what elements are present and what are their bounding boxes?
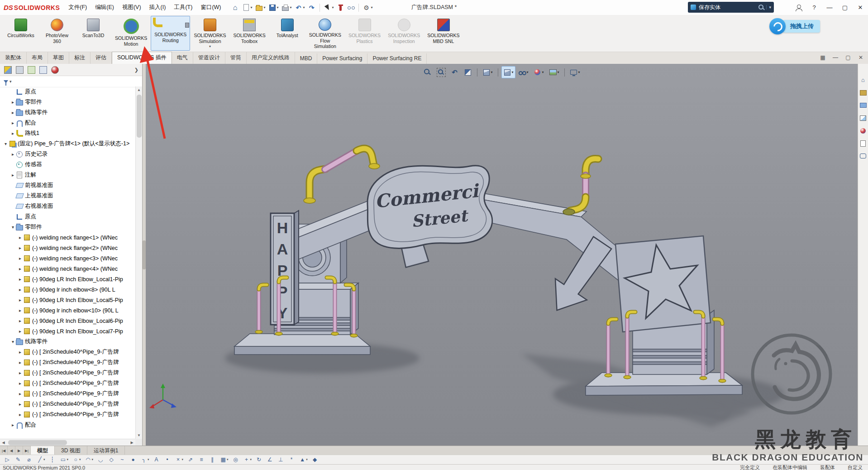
tree-item[interactable]: ▸ (-) 90deg LR Inch Elbow_Local5-Pip	[0, 295, 135, 305]
tree-item[interactable]: 原点	[0, 86, 135, 97]
collapse-arrow-icon[interactable]: ▸	[10, 173, 16, 177]
panel-tab-dimxpertmanager[interactable]	[38, 65, 48, 75]
select-button[interactable]: ▾	[322, 2, 335, 14]
tab-mbd[interactable]: MBD	[295, 53, 318, 64]
tool-repair-sketch-button[interactable]: *	[287, 456, 296, 464]
taskpane-appearances-button[interactable]	[859, 126, 868, 135]
tree-item[interactable]: ▸ (-) 90deg LR Inch Elbow_Local6-Pip	[0, 316, 135, 326]
hud-zoom-fit-button[interactable]	[421, 66, 433, 78]
expand-arrow-icon[interactable]: ▾	[10, 225, 16, 230]
panel-tab-propertymanager[interactable]	[14, 65, 24, 75]
tool-point-button[interactable]: •	[163, 456, 172, 464]
panel-tab-configurationmanager[interactable]	[26, 65, 36, 75]
bottom-tab-运动算例1[interactable]: 运动算例1	[87, 446, 125, 455]
tree-item[interactable]: ▸ 线路零件	[0, 107, 135, 118]
dropdown-arrow-icon[interactable]: ▾	[578, 70, 580, 74]
dropdown-arrow-icon[interactable]: ▾	[542, 70, 544, 74]
dropdown-arrow-icon[interactable]: ▾	[371, 5, 373, 10]
hud-view-orientation-button[interactable]: ▾	[480, 66, 494, 78]
dropdown-arrow-icon[interactable]: ▾	[92, 458, 94, 461]
menu-文件-f[interactable]: 文件(F)	[64, 2, 91, 13]
tree-item[interactable]: ▸ (-) [ 2inSchedule40^Pipe_9-广告牌	[0, 378, 135, 388]
tool-offset-entities-button[interactable]: ≡	[197, 456, 206, 464]
tree-item[interactable]: ▾ 零部件	[0, 222, 135, 232]
tool-convert-entities-button[interactable]: ⇗	[186, 456, 195, 464]
model-canvas[interactable]: Commerci Street H A P P Y	[146, 64, 858, 446]
sign-blob[interactable]: Commerci Street	[367, 166, 492, 249]
tab-管道设计[interactable]: 管道设计	[193, 52, 225, 64]
tool-circle-button[interactable]: ○ ▾	[71, 456, 82, 464]
study-nav-3[interactable]: ▶|	[23, 446, 31, 455]
tree-item[interactable]: ▸ 历史记录	[0, 149, 135, 159]
hud-apply-scene-button[interactable]: ▾	[547, 66, 561, 78]
tool-select-button[interactable]: ▷	[3, 456, 12, 464]
tree-item[interactable]: ▸ (-) [ 2inSchedule40^Pipe_9-广告牌	[0, 357, 135, 368]
addin-solidworks-mbd-snl[interactable]: SOLIDWORKS MBD SNL	[424, 16, 463, 51]
tool-trim-entities-button[interactable]: × ▾	[174, 456, 185, 464]
tree-item[interactable]: ▸ (-) [ 2inSchedule40^Pipe_9-广告牌	[0, 388, 135, 399]
tab-solidworks-插件[interactable]: SOLIDWORKS 插件	[112, 52, 172, 64]
tool-mirror-entities-button[interactable]: ∥	[208, 456, 217, 464]
tool-ellipse-button[interactable]: ●	[129, 456, 138, 464]
collapse-arrow-icon[interactable]: ▸	[10, 120, 16, 125]
addin-solidworks-simulation[interactable]: SOLIDWORKS Simulation ▾	[190, 16, 229, 51]
tree-item[interactable]: ▸ 注解	[0, 170, 135, 180]
collapse-arrow-icon[interactable]: ▸	[17, 360, 23, 365]
tab-电气[interactable]: 电气	[172, 52, 193, 64]
menu-工具-t[interactable]: 工具(T)	[170, 2, 196, 13]
dropdown-arrow-icon[interactable]: ▾	[67, 458, 69, 461]
dropdown-arrow-icon[interactable]: ▾	[250, 458, 252, 461]
collapse-arrow-icon[interactable]: ▸	[17, 297, 23, 302]
dropdown-arrow-icon[interactable]: ▾	[277, 5, 279, 10]
tree-item[interactable]: ▸ (-) [ 2inSchedule40^Pipe_9-广告牌	[0, 399, 135, 409]
close-button[interactable]: ✕	[853, 0, 868, 15]
bottom-tab-3d-视图[interactable]: 3D 视图	[55, 446, 87, 455]
tree-vertical-scrollbar[interactable]: ▲ ▼	[135, 86, 142, 439]
search-icon[interactable]	[758, 4, 764, 10]
tool-rapid-sketch-button[interactable]: ◆	[310, 456, 320, 464]
collapse-arrow-icon[interactable]: ▸	[17, 266, 23, 271]
tab-power-surfacing-re[interactable]: Power Surfacing RE	[367, 53, 427, 64]
collapse-arrow-icon[interactable]: ▸	[10, 131, 16, 136]
dropdown-arrow-icon[interactable]: ▾	[209, 44, 211, 48]
tool-corner-rectangle-button[interactable]: ▭ ▾	[59, 456, 70, 464]
addin-solidworks-routing[interactable]: SOLIDWORKS Routing	[151, 16, 190, 51]
collapse-arrow-icon[interactable]: ▸	[17, 308, 23, 313]
tab-布局[interactable]: 布局	[27, 52, 48, 64]
collapse-arrow-icon[interactable]: ▸	[10, 110, 16, 115]
tree-item[interactable]: ▸ (-) [ 2inSchedule40^Pipe_9-广告牌	[0, 368, 135, 378]
scroll-up-icon[interactable]: ▲	[136, 86, 142, 93]
addin-scanto3d[interactable]: ScanTo3D	[75, 16, 111, 51]
menu-窗口-w[interactable]: 窗口(W)	[196, 2, 225, 13]
splitter-handle[interactable]	[143, 240, 146, 269]
tool-linear-sketch-pattern-button[interactable]: ▦ ▾	[219, 456, 229, 464]
open-button[interactable]: ▾	[254, 2, 267, 14]
tool-sketch-button[interactable]: ✎	[14, 456, 23, 464]
doc-close-button[interactable]: ✕	[855, 53, 866, 62]
tree-item[interactable]: 上视基准面	[0, 191, 135, 201]
tab-草图[interactable]: 草图	[48, 52, 69, 64]
hud-previous-view-button[interactable]	[448, 66, 460, 78]
tree-item[interactable]: ▸ (-) [ 2inSchedule40^Pipe_9-广告牌	[0, 347, 135, 357]
tree-horizontal-scrollbar[interactable]: ◀ ▶	[0, 439, 135, 446]
options-button[interactable]: ▾	[361, 2, 374, 14]
bottom-tab-模型[interactable]: 模型	[31, 446, 55, 455]
dropdown-arrow-icon[interactable]: ▾	[306, 458, 308, 461]
scrollbar-thumb[interactable]	[8, 440, 67, 445]
search-box[interactable]: 保存实体 ▾	[688, 2, 774, 13]
tree-item[interactable]: ▸ (-) welding neck flange<4> (WNec	[0, 264, 135, 274]
tree-item[interactable]: ▾ 线路零件	[0, 336, 135, 347]
help-button[interactable]: ?	[806, 0, 822, 15]
tool-centerpoint-arc-button[interactable]: ◠ ▾	[84, 456, 95, 464]
tool-text-button[interactable]: A	[152, 456, 161, 464]
tool-polygon-button[interactable]: ◇	[107, 456, 116, 464]
tab-管筒[interactable]: 管筒	[225, 52, 247, 64]
tool-quick-snaps-button[interactable]: ▲ ▾	[298, 456, 309, 464]
addin-tolanalyst[interactable]: TolAnalyst	[269, 16, 305, 51]
collapse-arrow-icon[interactable]: ▸	[17, 350, 23, 355]
tree-item[interactable]: ▸ 配合	[0, 420, 135, 430]
menu-视图-v[interactable]: 视图(V)	[118, 2, 145, 13]
collapse-arrow-icon[interactable]: ▸	[17, 370, 23, 375]
dropdown-arrow-icon[interactable]: ▾	[332, 5, 334, 10]
expand-arrow-icon[interactable]: ▾	[3, 141, 9, 146]
